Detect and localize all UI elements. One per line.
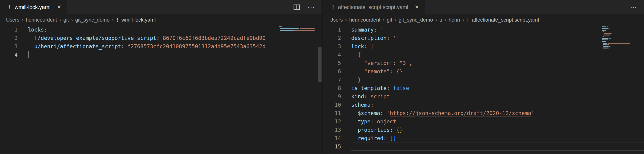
line-number: 10 <box>324 101 341 109</box>
line-number: 15 <box>324 142 341 151</box>
line-number: 6 <box>324 67 341 76</box>
scrollbar-thumb[interactable] <box>318 47 322 82</box>
line-text: is_template: false <box>351 84 644 92</box>
breadcrumb-separator-icon: › <box>444 17 446 23</box>
line-number: 8 <box>324 84 341 92</box>
line-number: 4 <box>324 50 341 59</box>
code-line: 13 properties: {} <box>324 126 644 134</box>
line-number: 9 <box>324 92 341 101</box>
code-line: 7 } <box>324 76 644 84</box>
line-text: description: '' <box>351 34 644 42</box>
code-line: 8is_template: false <box>324 84 644 92</box>
line-number: 1 <box>324 26 341 34</box>
breadcrumb-item[interactable]: git <box>387 17 392 23</box>
tab-actions-right: ⋯ <box>630 0 644 14</box>
breadcrumb-item[interactable]: u <box>440 17 442 23</box>
tab-bar-right: ! affectionate_script.script.yaml ✕ ⋯ <box>324 0 644 14</box>
code-editor-right[interactable]: 1summary: ''2description: ''3lock: |4 {5… <box>324 26 644 154</box>
line-number: 12 <box>324 117 341 126</box>
split-editor-icon[interactable] <box>293 4 300 11</box>
code-line: 1summary: '' <box>324 26 644 34</box>
breadcrumb-item[interactable]: git_sync_demo <box>398 17 433 23</box>
more-actions-icon[interactable]: ⋯ <box>630 3 638 11</box>
code-line: 11 $schema: 'https://json-schema.org/dra… <box>324 109 644 117</box>
tab-bar-left: ! wmill-lock.yaml ✕ ⋯ <box>0 0 322 14</box>
line-text: u/henri/affectionate_script: f2768573cfc… <box>28 42 322 50</box>
line-text <box>28 50 322 59</box>
tab-affectionate-script[interactable]: ! affectionate_script.script.yaml ✕ <box>324 0 425 14</box>
code-line: 9kind: script <box>324 92 644 101</box>
code-line: 4 { <box>324 50 644 59</box>
line-number: 4 <box>0 50 18 59</box>
code-line: 3 u/henri/affectionate_script: f2768573c… <box>0 42 322 50</box>
breadcrumb-separator-icon: › <box>71 17 73 23</box>
code-line: 12 type: object <box>324 117 644 126</box>
tab-actions-left: ⋯ <box>293 0 322 14</box>
close-tab-icon[interactable]: ✕ <box>57 4 61 10</box>
text-cursor <box>28 51 28 58</box>
tab-label: wmill-lock.yaml <box>14 4 50 10</box>
line-text: schema: <box>351 101 644 109</box>
code-content: 1summary: ''2description: ''3lock: |4 {5… <box>324 26 644 151</box>
line-number: 7 <box>324 76 341 84</box>
line-text: f/developers_example/supportive_script: … <box>28 34 322 42</box>
line-text: $schema: 'https://json-schema.org/draft/… <box>351 109 644 117</box>
editor-group-right: ! affectionate_script.script.yaml ✕ ⋯ Us… <box>324 0 644 154</box>
breadcrumb-separator-icon: › <box>345 17 347 23</box>
line-number: 5 <box>324 59 341 67</box>
code-line: 15 <box>324 142 644 151</box>
breadcrumb-item[interactable]: Users <box>6 17 19 23</box>
line-number: 1 <box>0 26 18 34</box>
line-text: summary: '' <box>351 26 644 34</box>
breadcrumb-item[interactable]: Users <box>330 17 343 23</box>
code-line: 6 "remote": {} <box>324 67 644 76</box>
editor-workbench: ! wmill-lock.yaml ✕ ⋯ Users›henricourden… <box>0 0 644 154</box>
line-text: { <box>351 50 644 59</box>
line-text: lock: | <box>351 42 644 50</box>
tab-label: affectionate_script.script.yaml <box>338 4 408 10</box>
line-number: 2 <box>0 34 18 42</box>
line-text: locks: <box>28 26 322 34</box>
breadcrumb-file[interactable]: affectionate_script.script.yaml <box>472 17 539 23</box>
breadcrumb-separator-icon: › <box>462 17 464 23</box>
minimap[interactable] <box>279 26 314 33</box>
breadcrumb-separator-icon: › <box>22 17 24 23</box>
line-number: 13 <box>324 126 341 134</box>
code-line: 1locks: <box>0 26 322 34</box>
breadcrumb-separator-icon: › <box>435 17 437 23</box>
breadcrumb-separator-icon: › <box>383 17 385 23</box>
minimap[interactable] <box>602 26 638 51</box>
code-line: 4 <box>0 50 322 59</box>
breadcrumb-item[interactable]: git <box>63 17 69 23</box>
breadcrumb-separator-icon: › <box>60 17 61 23</box>
breadcrumb-item[interactable]: henricourdent <box>26 17 57 23</box>
code-editor-left[interactable]: 1locks:2 f/developers_example/supportive… <box>0 26 322 154</box>
code-line: 2description: '' <box>324 34 644 42</box>
code-line: 5 "version": "3", <box>324 59 644 67</box>
yaml-warning-file-icon: ! <box>331 4 335 11</box>
breadcrumb-file[interactable]: wmill-lock.yaml <box>121 17 156 23</box>
yaml-warning-file-icon: ! <box>466 17 469 23</box>
code-line: 10schema: <box>324 101 644 109</box>
yaml-warning-file-icon: ! <box>8 4 11 11</box>
close-tab-icon[interactable]: ✕ <box>415 4 419 10</box>
breadcrumb-separator-icon: › <box>394 17 396 23</box>
tab-wmill-lock[interactable]: ! wmill-lock.yaml ✕ <box>0 0 68 14</box>
breadcrumb-item[interactable]: git_sync_demo <box>75 17 110 23</box>
line-number: 11 <box>324 109 341 117</box>
more-actions-icon[interactable]: ⋯ <box>308 3 315 11</box>
line-number: 3 <box>324 42 341 50</box>
breadcrumb-item[interactable]: henricourdent <box>349 17 380 23</box>
code-line: 3lock: | <box>324 42 644 50</box>
line-text: required: [] <box>351 134 644 142</box>
breadcrumb-item[interactable]: henri <box>449 17 460 23</box>
breadcrumb: Users›henricourdent›git›git_sync_demo›!w… <box>0 14 322 26</box>
code-line: 14 required: [] <box>324 134 644 142</box>
line-text: "version": "3", <box>351 59 644 67</box>
line-number: 2 <box>324 34 341 42</box>
line-text: kind: script <box>351 92 644 101</box>
line-number: 14 <box>324 134 341 142</box>
editor-group-sash[interactable] <box>322 0 324 154</box>
line-text: type: object <box>351 117 644 126</box>
line-text <box>351 142 644 151</box>
